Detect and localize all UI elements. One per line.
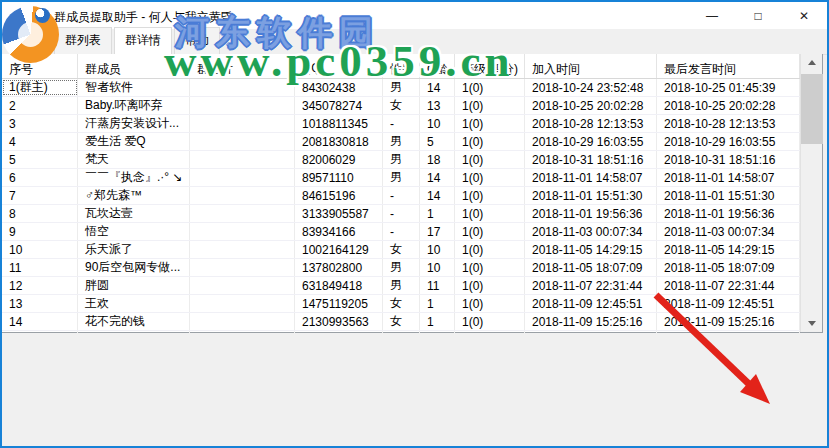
table-cell: 11 — [420, 277, 455, 294]
table-cell: 1(0) — [455, 241, 525, 258]
table-cell: 13 — [420, 97, 455, 114]
scrollbar-thumb[interactable] — [801, 74, 823, 144]
column-header-7[interactable]: 加入时间 — [525, 54, 657, 78]
table-cell: 1 — [420, 205, 455, 222]
table-cell: 男 — [383, 277, 420, 294]
table-cell — [190, 241, 295, 258]
maximize-button[interactable]: □ — [735, 2, 781, 29]
table-cell: 王欢 — [78, 295, 190, 312]
table-cell — [190, 223, 295, 240]
minimize-button[interactable]: — — [689, 2, 735, 29]
app-window: 群成员提取助手 - 何人与我立黄昏 — □ ✕ 登录群列表群详情帮助 序号群成员… — [0, 0, 829, 448]
table-cell: 89571110 — [295, 169, 383, 186]
table-cell: 2018-11-09 12:45:51 — [657, 295, 800, 312]
table-row[interactable]: 9悟空83934166-171(0)2018-11-03 00:07:34201… — [2, 223, 800, 241]
scroll-down-icon[interactable] — [801, 315, 823, 332]
table-cell: 1(群主) — [2, 79, 78, 96]
table-cell: 10 — [420, 259, 455, 276]
table-cell: 2018-10-25 20:02:28 — [525, 97, 657, 114]
table-cell: 2130993563 — [295, 313, 383, 330]
tab-1[interactable]: 群列表 — [54, 27, 112, 54]
table-row[interactable]: 7♂郑先森™84615196-141(0)2018-11-01 15:51:30… — [2, 187, 800, 205]
table-cell: 1018811345 — [295, 115, 383, 132]
table-cell: 2018-10-25 20:02:28 — [657, 97, 800, 114]
table-cell: 1(0) — [455, 277, 525, 294]
table-cell: 2018-11-03 00:07:34 — [525, 223, 657, 240]
table-cell: 花不完的钱 — [78, 313, 190, 330]
table-cell: 6 — [2, 169, 78, 186]
table-cell: 3133905587 — [295, 205, 383, 222]
column-header-8[interactable]: 最后发言时间 — [657, 54, 800, 78]
table-cell: 女 — [383, 97, 420, 114]
table-cell: 5 — [420, 133, 455, 150]
table-row[interactable]: 5梵天82006029男181(0)2018-10-31 18:51:16201… — [2, 151, 800, 169]
table-row[interactable]: 1190后空包网专做...137802800男101(0)2018-11-05 … — [2, 259, 800, 277]
table-cell — [190, 187, 295, 204]
close-button[interactable]: ✕ — [781, 2, 827, 29]
table-cell: - — [383, 205, 420, 222]
table-cell: 2018-10-31 18:51:16 — [657, 151, 800, 168]
table-row[interactable]: 13王欢1475119205女11(0)2018-11-09 12:45:512… — [2, 295, 800, 313]
table-cell — [190, 115, 295, 132]
table-cell: 1(0) — [455, 133, 525, 150]
table-cell: 1(0) — [455, 187, 525, 204]
table-cell: 14 — [420, 187, 455, 204]
watermark-site-url: www.pc0359.cn — [164, 35, 514, 87]
table-cell — [190, 169, 295, 186]
table-cell: 2018-11-07 22:31:44 — [525, 277, 657, 294]
table-cell: 2018-11-01 15:51:30 — [657, 187, 800, 204]
table-cell: 乐天派了 — [78, 241, 190, 258]
table-cell: 84615196 — [295, 187, 383, 204]
table-cell: 1(0) — [455, 295, 525, 312]
table-cell: Baby.吥离吥弃 — [78, 97, 190, 114]
table-cell: 2018-10-31 18:51:16 — [525, 151, 657, 168]
table-row[interactable]: 8瓦坎达壹3133905587-11(0)2018-11-01 19:56:36… — [2, 205, 800, 223]
table-cell: 83934166 — [295, 223, 383, 240]
table-cell: 女 — [383, 313, 420, 330]
table-cell: 3 — [2, 115, 78, 132]
table-cell — [190, 97, 295, 114]
table-cell: 2018-11-01 15:51:30 — [525, 187, 657, 204]
table-cell: 12 — [2, 277, 78, 294]
table-cell: 1(0) — [455, 313, 525, 330]
table-cell: 13 — [2, 295, 78, 312]
table-cell: 2018-10-24 23:52:48 — [525, 79, 657, 96]
vertical-scrollbar[interactable] — [800, 54, 822, 332]
table-cell: 14 — [2, 313, 78, 330]
table-cell: 1475119205 — [295, 295, 383, 312]
table-cell: 18 — [420, 151, 455, 168]
table-cell: 1(0) — [455, 169, 525, 186]
table-cell: 2018-11-01 19:56:36 — [525, 205, 657, 222]
member-table: 序号群成员群名片QQ性别Q龄等级(积分)加入时间最后发言时间 1(群主)智者软件… — [2, 54, 823, 333]
table-row[interactable]: 3汗蒸房安装设计...1018811345-101(0)2018-10-28 1… — [2, 115, 800, 133]
table-cell: 胖圆 — [78, 277, 190, 294]
table-cell: 2018-11-07 22:31:44 — [657, 277, 800, 294]
table-cell: 17 — [420, 223, 455, 240]
table-cell: 2018-11-09 12:45:51 — [525, 295, 657, 312]
table-cell: 1(0) — [455, 223, 525, 240]
table-row[interactable]: 2Baby.吥离吥弃345078274女131(0)2018-10-25 20:… — [2, 97, 800, 115]
table-cell: 2018-11-09 15:25:16 — [525, 313, 657, 330]
table-cell — [190, 313, 295, 330]
table-row[interactable]: 14花不完的钱2130993563女11(0)2018-11-09 15:25:… — [2, 313, 800, 331]
table-row[interactable]: 10乐天派了1002164129女101(0)2018-11-05 14:29:… — [2, 241, 800, 259]
table-cell: 梵天 — [78, 151, 190, 168]
table-cell: 女 — [383, 295, 420, 312]
table-cell: 2018-11-01 19:56:36 — [657, 205, 800, 222]
table-cell: 男 — [383, 133, 420, 150]
table-cell: 8 — [2, 205, 78, 222]
table-cell: 2018-11-05 18:07:09 — [525, 259, 657, 276]
table-row[interactable]: 6￣￣『执念』.·° ↘89571110男141(0)2018-11-01 14… — [2, 169, 800, 187]
footer-panel: 群名: 群号: 群成员人数: 500/500 已加载: 40 加载40条 加载2… — [2, 333, 827, 446]
table-cell: 2018-10-29 16:03:55 — [525, 133, 657, 150]
table-cell: ♂郑先森™ — [78, 187, 190, 204]
table-cell: 男 — [383, 151, 420, 168]
table-row[interactable]: 4爱生活 爱Q2081830818男51(0)2018-10-29 16:03:… — [2, 133, 800, 151]
table-row[interactable]: 12胖圆631849418男111(0)2018-11-07 22:31:442… — [2, 277, 800, 295]
scroll-up-icon[interactable] — [801, 54, 823, 71]
table-body: 1(群主)智者软件84302438男141(0)2018-10-24 23:52… — [2, 79, 800, 367]
table-cell: 2018-10-25 01:45:39 — [657, 79, 800, 96]
table-cell: 345078274 — [295, 97, 383, 114]
table-cell: 9 — [2, 223, 78, 240]
table-cell: 悟空 — [78, 223, 190, 240]
